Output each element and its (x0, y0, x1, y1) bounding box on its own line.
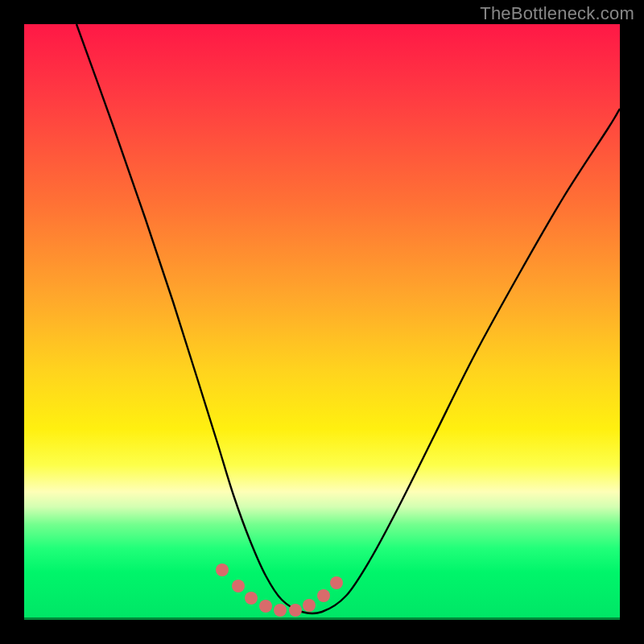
curve-marker-dot (232, 580, 245, 592)
curve-markers (216, 564, 343, 617)
plot-area (24, 24, 620, 620)
bottleneck-curve-path (76, 24, 620, 613)
bottleneck-curve (76, 24, 620, 613)
curve-marker-dot (289, 604, 302, 617)
curve-marker-dot (259, 600, 272, 613)
curve-marker-dot (317, 589, 330, 602)
curve-marker-dot (303, 599, 316, 612)
curve-marker-dot (274, 604, 287, 617)
watermark-text: TheBottleneck.com (480, 3, 634, 24)
curve-marker-dot (216, 564, 229, 576)
curve-marker-dot (330, 576, 343, 589)
chart-frame: TheBottleneck.com (0, 0, 644, 644)
curve-marker-dot (245, 592, 258, 605)
curve-svg (24, 24, 620, 620)
